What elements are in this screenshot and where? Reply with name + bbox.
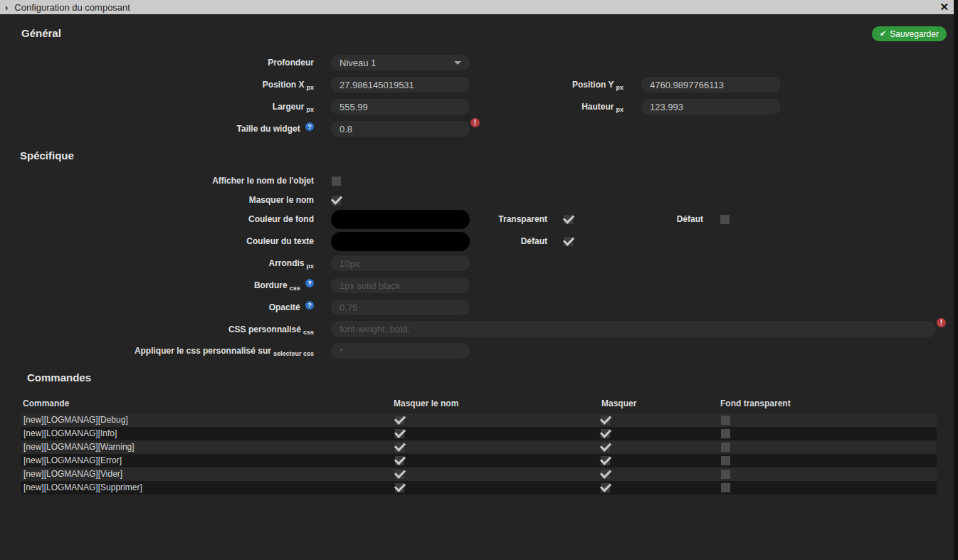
css-personnalise-input[interactable] [331, 321, 936, 337]
position-x-input[interactable] [331, 77, 470, 93]
opacite-label: Opacité ? [0, 300, 314, 315]
save-button[interactable]: ✔ Sauvegarder [872, 26, 947, 41]
checkbox-masquer[interactable] [601, 470, 610, 479]
checkbox-masquer-le-nom[interactable] [395, 483, 404, 492]
checkbox-masquer[interactable] [601, 483, 610, 492]
checkbox-fond-transparent[interactable] [721, 470, 730, 479]
hauteur-label: Hauteurpx [470, 99, 623, 115]
bordure-input[interactable] [331, 278, 470, 293]
afficher-nom-objet-label: Afficher le nom de l'objet [0, 176, 314, 186]
close-icon[interactable]: ✕ [939, 0, 949, 14]
position-y-input[interactable] [641, 77, 781, 93]
table-row: [new][LOGMANAG][Debug] [21, 413, 937, 427]
command-name: [new][LOGMANAG][Info] [23, 427, 117, 440]
table-row: [new][LOGMANAG][Warning] [21, 440, 937, 454]
column-header-masquer-le-nom: Masquer le nom [394, 398, 458, 408]
section-specifique: Spécifique [20, 149, 74, 162]
masquer-nom-label: Masquer le nom [0, 196, 314, 205]
command-name: [new][LOGMANAG][Warning] [23, 440, 135, 454]
checkbox-fond-transparent[interactable] [721, 456, 730, 465]
dialog-titlebar: › Configuration du composant [0, 0, 958, 14]
fond-defaut-label: Défaut [573, 215, 703, 224]
arrondis-input[interactable] [331, 255, 470, 271]
couleur-texte-swatch[interactable] [331, 232, 470, 251]
checkbox-fond-transparent[interactable] [721, 429, 730, 438]
column-header-fond-transparent: Fond transparent [720, 398, 791, 408]
profondeur-value: Niveau 1 [339, 58, 376, 68]
checkbox-masquer-le-nom[interactable] [395, 429, 404, 438]
checkbox-fond-transparent[interactable] [721, 483, 730, 492]
chevron-down-icon [454, 61, 461, 65]
checkbox-masquer[interactable] [601, 416, 610, 425]
fond-transparent-checkbox[interactable] [564, 215, 573, 224]
opacite-input[interactable] [331, 300, 470, 315]
couleur-fond-swatch[interactable] [331, 210, 470, 229]
page-title: Configuration du composant [14, 2, 130, 13]
checkbox-masquer-le-nom[interactable] [395, 456, 404, 465]
column-header-commande: Commande [23, 398, 69, 408]
checkbox-masquer[interactable] [601, 429, 610, 438]
error-icon: ! [470, 118, 480, 127]
taille-widget-label: Taille du widget ? [0, 121, 314, 137]
taille-widget-input[interactable] [331, 121, 470, 137]
checkbox-masquer[interactable] [601, 456, 610, 465]
command-name: [new][LOGMANAG][Vider] [23, 467, 122, 481]
texte-defaut-label: Défaut [470, 237, 547, 246]
commands-table-rows: [new][LOGMANAG][Debug][new][LOGMANAG][In… [21, 413, 937, 495]
help-icon[interactable]: ? [305, 279, 314, 287]
column-header-masquer: Masquer [601, 398, 636, 408]
section-commandes: Commandes [27, 371, 91, 384]
table-row: [new][LOGMANAG][Vider] [21, 467, 937, 481]
couleur-texte-label: Couleur du texte [0, 232, 314, 251]
appliquer-css-input[interactable] [331, 343, 470, 359]
position-x-label: Position Xpx [0, 77, 314, 93]
command-name: [new][LOGMANAG][Debug] [23, 413, 128, 427]
appliquer-css-label: Appliquer le css personnalisé surselecte… [0, 343, 314, 359]
command-name: [new][LOGMANAG][Supprimer] [23, 481, 142, 495]
checkbox-fond-transparent[interactable] [721, 416, 730, 425]
largeur-label: Largeurpx [0, 99, 314, 115]
help-icon[interactable]: ? [305, 301, 314, 310]
chevron-right-icon[interactable]: › [5, 2, 8, 13]
afficher-nom-objet-checkbox[interactable] [332, 176, 341, 186]
profondeur-label: Profondeur [0, 55, 314, 70]
fond-defaut-checkbox[interactable] [720, 215, 730, 224]
transparent-label: Transparent [470, 215, 547, 224]
error-icon: ! [937, 318, 946, 327]
command-name: [new][LOGMANAG][Error] [23, 454, 122, 467]
position-y-label: Position Ypx [470, 77, 623, 93]
checkbox-masquer-le-nom[interactable] [395, 470, 404, 479]
table-row: [new][LOGMANAG][Info] [21, 427, 937, 440]
table-row: [new][LOGMANAG][Error] [21, 454, 937, 467]
checkbox-masquer-le-nom[interactable] [395, 443, 404, 452]
profondeur-select[interactable]: Niveau 1 [331, 55, 470, 70]
largeur-input[interactable] [331, 99, 470, 115]
section-general: Général [21, 27, 61, 39]
check-icon: ✔ [880, 30, 886, 38]
checkbox-masquer-le-nom[interactable] [395, 416, 404, 425]
checkbox-fond-transparent[interactable] [721, 443, 730, 452]
css-personnalise-label: CSS personnalisécss [0, 321, 314, 339]
masquer-nom-checkbox[interactable] [332, 196, 341, 205]
save-button-label: Sauvegarder [890, 29, 939, 39]
hauteur-input[interactable] [641, 99, 781, 115]
arrondis-label: Arrondispx [0, 255, 314, 272]
table-row: [new][LOGMANAG][Supprimer] [21, 481, 937, 495]
texte-defaut-checkbox[interactable] [564, 237, 573, 246]
bordure-label: Bordurecss ? [0, 278, 314, 294]
scrollbar-track[interactable] [954, 0, 958, 560]
checkbox-masquer[interactable] [601, 443, 610, 452]
help-icon[interactable]: ? [305, 122, 314, 131]
component-config-dialog: › Configuration du composant ✕ Général ✔… [0, 0, 958, 560]
couleur-fond-label: Couleur de fond [0, 210, 314, 229]
